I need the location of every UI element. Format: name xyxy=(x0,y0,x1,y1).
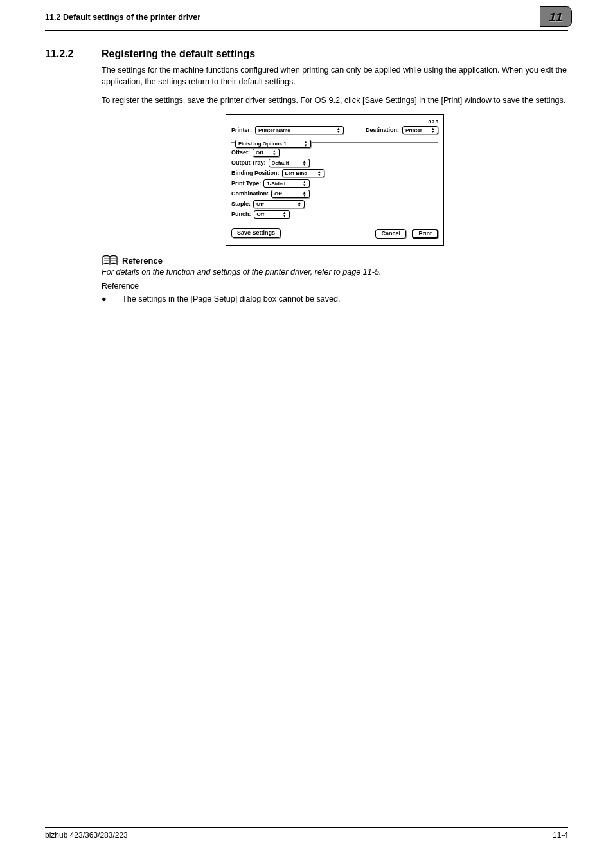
offset-value: Off xyxy=(256,149,263,156)
destination-select[interactable]: Printer xyxy=(402,126,438,134)
dialog-group-bar: Finishing Options 1 xyxy=(231,138,438,146)
reference-heading: Reference xyxy=(122,256,163,266)
reference-subheading: Reference xyxy=(102,282,568,291)
bullet-dot: ● xyxy=(102,294,122,303)
page-content: 11.2.2 Registering the default settings … xyxy=(45,48,568,303)
book-icon xyxy=(102,255,118,266)
header-section-label: 11.2 Default settings of the printer dri… xyxy=(45,13,200,22)
panel-select[interactable]: Finishing Options 1 xyxy=(235,140,311,148)
select-arrows-icon xyxy=(431,127,436,133)
print-dialog: 8.7.3 Printer: Printer Name Destination:… xyxy=(226,114,444,246)
footer-page-number: 11-4 xyxy=(553,831,568,840)
output-tray-label: Output Tray: xyxy=(231,159,266,167)
print-type-label: Print Type: xyxy=(231,179,261,188)
combination-select[interactable]: Off xyxy=(271,190,310,198)
cancel-button[interactable]: Cancel xyxy=(375,229,406,239)
save-settings-button[interactable]: Save Settings xyxy=(231,228,281,238)
reference-bullet: ●The settings in the [Page Setup] dialog… xyxy=(102,294,568,303)
destination-label: Destination: xyxy=(366,126,399,134)
offset-label: Offset: xyxy=(231,149,250,157)
combination-label: Combination: xyxy=(231,190,269,198)
punch-value: Off xyxy=(257,211,265,218)
paragraph-2: To register the settings, save the print… xyxy=(102,95,568,107)
panel-select-value: Finishing Options 1 xyxy=(238,140,287,147)
section-heading-row: 11.2.2 Registering the default settings xyxy=(45,48,568,60)
select-arrows-icon xyxy=(302,180,307,186)
printer-select-value: Printer Name xyxy=(258,127,290,134)
page-footer: bizhub 423/363/283/223 11-4 xyxy=(45,827,568,840)
print-type-value: 1-Sided xyxy=(267,180,285,187)
print-button[interactable]: Print xyxy=(412,229,438,239)
chapter-number: 11 xyxy=(549,10,562,24)
staple-select[interactable]: Off xyxy=(253,200,305,208)
select-arrows-icon xyxy=(297,201,302,207)
dialog-version: 8.7.3 xyxy=(231,119,438,125)
binding-position-select[interactable]: Left Bind xyxy=(282,169,324,177)
reference-heading-row: Reference xyxy=(102,255,568,266)
section-title: Registering the default settings xyxy=(102,48,255,60)
staple-value: Off xyxy=(256,201,264,208)
printer-select[interactable]: Printer Name xyxy=(255,126,344,134)
section-body: The settings for the machine functions c… xyxy=(102,65,568,246)
select-arrows-icon xyxy=(272,149,277,156)
punch-label: Punch: xyxy=(231,210,251,219)
punch-select[interactable]: Off xyxy=(254,210,290,219)
output-tray-select[interactable]: Default xyxy=(269,159,310,167)
dialog-top-row: Printer: Printer Name Destination: Print… xyxy=(231,126,438,134)
select-arrows-icon xyxy=(302,159,307,166)
binding-position-label: Binding Position: xyxy=(231,169,280,177)
footer-left: bizhub 423/363/283/223 xyxy=(45,831,128,840)
select-arrows-icon xyxy=(303,140,308,147)
select-arrows-icon xyxy=(282,211,287,217)
select-arrows-icon xyxy=(336,127,341,133)
combination-value: Off xyxy=(274,190,282,197)
offset-select[interactable]: Off xyxy=(253,149,280,157)
staple-label: Staple: xyxy=(231,200,251,208)
chapter-badge: 11 xyxy=(540,6,572,27)
page-header: 11.2 Default settings of the printer dri… xyxy=(45,0,568,31)
output-tray-value: Default xyxy=(272,159,289,167)
section-number: 11.2.2 xyxy=(45,48,102,60)
destination-select-value: Printer xyxy=(405,127,422,134)
select-arrows-icon xyxy=(302,190,307,197)
bullet-text: The settings in the [Page Setup] dialog … xyxy=(122,294,341,303)
select-arrows-icon xyxy=(317,170,322,176)
dialog-buttons: Save Settings Cancel Print xyxy=(231,228,438,239)
binding-position-value: Left Bind xyxy=(285,170,308,177)
print-type-select[interactable]: 1-Sided xyxy=(263,179,310,188)
paragraph-1: The settings for the machine functions c… xyxy=(102,65,568,87)
reference-text: For details on the function and settings… xyxy=(102,267,568,276)
printer-label: Printer: xyxy=(231,126,252,134)
